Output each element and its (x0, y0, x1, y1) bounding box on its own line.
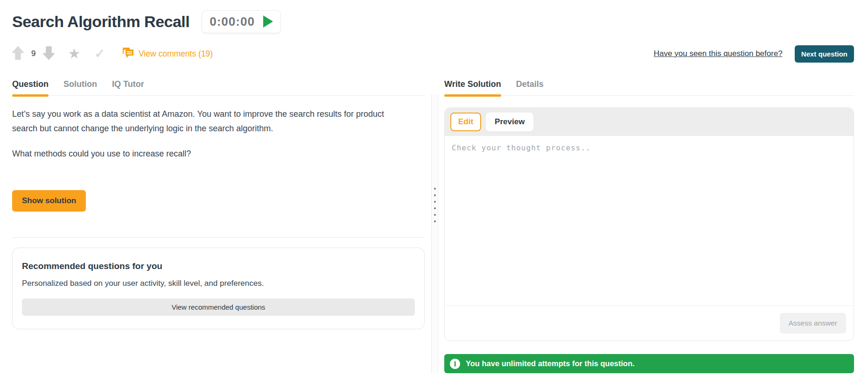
drag-dots-icon (434, 188, 436, 222)
view-comments-link[interactable]: View comments (19) (122, 47, 213, 61)
info-icon: i (450, 359, 460, 369)
section-divider (12, 237, 425, 238)
upvote-button[interactable] (12, 46, 24, 61)
vote-row: 9 ★ ✓ View comments (19) Have you (12, 46, 854, 62)
view-recommended-button[interactable]: View recommended questions (22, 298, 415, 316)
question-prompt: What methods could you use to increase r… (12, 147, 408, 161)
preview-mode-button[interactable]: Preview (486, 113, 533, 131)
star-icon: ★ (68, 47, 80, 61)
down-arrow-icon (43, 46, 55, 61)
recommended-card: Recommended questions for you Personaliz… (12, 248, 425, 329)
play-icon[interactable] (263, 15, 273, 28)
timer-widget: 0:00:00 (202, 10, 281, 33)
next-question-button[interactable]: Next question (795, 45, 854, 63)
comments-icon (122, 47, 134, 61)
attempts-banner: i You have unlimited attempts for this q… (444, 354, 854, 373)
editor-area (445, 136, 854, 305)
main-content: Question Solution IQ Tutor Let’s say you… (0, 79, 868, 373)
right-tab-bar: Write Solution Details (444, 79, 854, 96)
view-comments-label: View comments (19) (139, 49, 213, 59)
mark-done-button[interactable]: ✓ (94, 48, 105, 60)
seen-before-link[interactable]: Have you seen this question before? (654, 49, 783, 58)
show-solution-button[interactable]: Show solution (12, 190, 86, 212)
tab-details[interactable]: Details (516, 79, 544, 95)
bookmark-star-button[interactable]: ★ (68, 47, 80, 61)
panel-resize-handle[interactable] (431, 94, 438, 373)
page-header: Search Algorithm Recall 0:00:00 9 ★ ✓ (0, 0, 868, 62)
question-body: Let’s say you work as a data scientist a… (12, 96, 425, 329)
title-row: Search Algorithm Recall 0:00:00 (12, 8, 854, 35)
tab-iq-tutor[interactable]: IQ Tutor (112, 79, 144, 95)
question-paragraph: Let’s say you work as a data scientist a… (12, 107, 408, 136)
timer-value: 0:00:00 (210, 14, 255, 29)
vote-count: 9 (31, 49, 35, 58)
left-tab-bar: Question Solution IQ Tutor (12, 79, 425, 96)
up-arrow-icon (12, 46, 24, 61)
recommended-title: Recommended questions for you (22, 261, 415, 271)
tab-write-solution[interactable]: Write Solution (444, 79, 501, 95)
editor-toolbar: Edit Preview (445, 108, 854, 136)
edit-mode-button[interactable]: Edit (450, 113, 481, 131)
attempts-banner-text: You have unlimited attempts for this que… (466, 359, 635, 368)
solution-textarea[interactable] (445, 136, 854, 305)
assess-answer-button[interactable]: Assess answer (780, 313, 846, 333)
tab-solution[interactable]: Solution (63, 79, 97, 95)
solution-editor: Edit Preview Assess answer (444, 107, 854, 341)
tab-question[interactable]: Question (12, 79, 49, 95)
question-panel: Question Solution IQ Tutor Let’s say you… (12, 79, 425, 373)
downvote-button[interactable] (43, 46, 55, 61)
solution-panel: Write Solution Details Edit Preview Asse… (444, 79, 854, 373)
recommended-subtitle: Personalized based on your user activity… (22, 279, 415, 288)
page-title: Search Algorithm Recall (12, 13, 189, 31)
check-icon: ✓ (94, 48, 105, 60)
editor-footer: Assess answer (445, 305, 854, 340)
